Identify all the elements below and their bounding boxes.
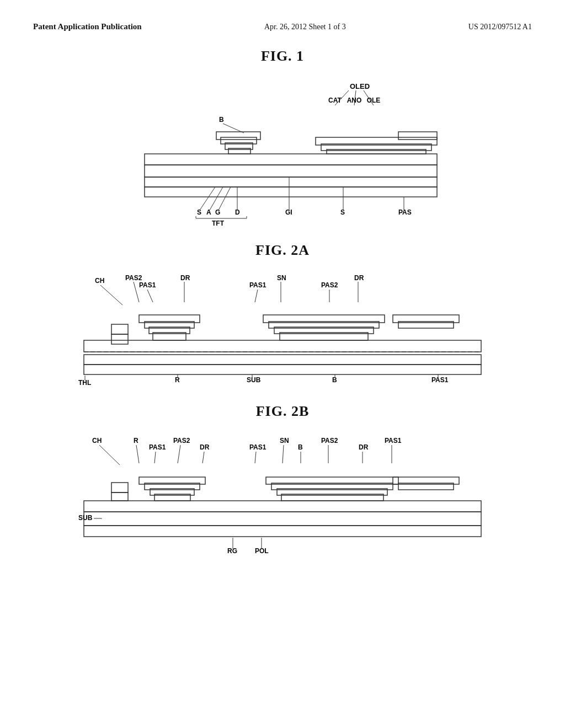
svg-text:OLE: OLE [367, 97, 381, 104]
svg-rect-13 [216, 132, 260, 140]
svg-text:B: B [219, 116, 224, 124]
svg-text:PAS2: PAS2 [321, 281, 338, 289]
svg-text:PAS1: PAS1 [385, 437, 402, 445]
fig1-diagram: OLED CAT ANO OLE B [33, 72, 532, 232]
publication-type: Patent Application Publication [33, 22, 142, 31]
publication-number: US 2012/097512 A1 [468, 23, 532, 31]
svg-rect-64 [84, 340, 481, 352]
svg-rect-111 [84, 526, 481, 537]
svg-text:SN: SN [277, 274, 286, 282]
fig2a-section: FIG. 2A CH PAS2 PAS1 DR PAS1 SN PAS2 DR [33, 242, 532, 393]
svg-line-22 [200, 187, 215, 210]
svg-text:PAS1: PAS1 [249, 443, 266, 451]
svg-text:PAS1: PAS1 [249, 281, 266, 289]
fig2b-title: FIG. 2B [33, 403, 532, 420]
fig2a-title: FIG. 2A [33, 242, 532, 259]
svg-text:SN: SN [280, 437, 289, 445]
fig1-title: FIG. 1 [33, 48, 532, 65]
svg-line-44 [147, 290, 153, 302]
svg-rect-110 [84, 512, 481, 526]
svg-text:DR: DR [200, 443, 210, 451]
svg-rect-11 [145, 165, 437, 177]
svg-rect-109 [84, 501, 481, 512]
svg-text:SUB: SUB [78, 514, 93, 522]
page-header: Patent Application Publication Apr. 26, … [33, 22, 532, 31]
svg-rect-9 [145, 177, 437, 187]
fig1-section: FIG. 1 OLED CAT ANO OLE B [33, 48, 532, 232]
svg-rect-20 [398, 132, 437, 140]
svg-text:CH: CH [95, 277, 104, 285]
svg-line-90 [202, 452, 204, 463]
svg-line-40 [100, 285, 122, 305]
svg-text:R: R [134, 437, 138, 445]
svg-text:DR: DR [180, 274, 190, 282]
svg-text:S: S [340, 208, 345, 216]
fig2b-diagram: CH R PAS1 PAS2 DR PAS1 SN B PAS2 DR [33, 427, 532, 565]
svg-rect-12 [145, 154, 437, 165]
svg-line-94 [282, 445, 284, 463]
svg-rect-19 [327, 149, 426, 154]
svg-rect-104 [111, 493, 128, 501]
svg-text:A: A [206, 208, 211, 216]
svg-text:PAS2: PAS2 [125, 274, 142, 282]
svg-text:ANO: ANO [347, 97, 362, 104]
svg-text:PAS1: PAS1 [149, 443, 166, 451]
fig2b-section: FIG. 2B CH R PAS1 PAS2 DR PAS1 SN B [33, 403, 532, 565]
svg-text:DR: DR [354, 274, 364, 282]
svg-text:B: B [298, 443, 303, 451]
svg-text:S: S [197, 208, 201, 216]
svg-rect-57 [84, 365, 481, 374]
svg-line-26 [218, 187, 231, 210]
svg-text:PAS2: PAS2 [173, 437, 190, 445]
svg-rect-103 [111, 483, 128, 493]
svg-text:SUB: SUB [247, 376, 261, 384]
svg-text:PAS: PAS [398, 208, 412, 216]
svg-rect-56 [84, 355, 481, 365]
svg-text:RG: RG [227, 547, 237, 555]
svg-line-84 [136, 445, 139, 463]
svg-text:OLED: OLED [350, 82, 370, 90]
svg-text:PAS1: PAS1 [139, 281, 156, 289]
svg-text:DR: DR [359, 443, 369, 451]
svg-line-92 [255, 452, 256, 463]
svg-line-82 [99, 445, 120, 465]
svg-line-42 [134, 282, 139, 302]
patent-page: Patent Application Publication Apr. 26, … [0, 0, 565, 728]
svg-text:TFT: TFT [212, 220, 225, 227]
publication-date-sheet: Apr. 26, 2012 Sheet 1 of 3 [264, 23, 346, 31]
svg-rect-58 [111, 324, 128, 334]
svg-text:CH: CH [92, 437, 102, 445]
svg-text:G: G [215, 208, 220, 216]
svg-text:CAT: CAT [328, 97, 342, 104]
fig2a-diagram: CH PAS2 PAS1 DR PAS1 SN PAS2 DR [33, 266, 532, 393]
svg-line-48 [255, 290, 258, 302]
svg-text:GI: GI [285, 208, 292, 216]
svg-line-24 [210, 187, 223, 210]
svg-line-88 [178, 445, 180, 463]
svg-line-86 [154, 452, 156, 463]
svg-text:PAS1: PAS1 [431, 376, 449, 384]
svg-rect-10 [145, 187, 437, 197]
svg-text:PAS2: PAS2 [321, 437, 338, 445]
svg-rect-59 [111, 334, 128, 344]
